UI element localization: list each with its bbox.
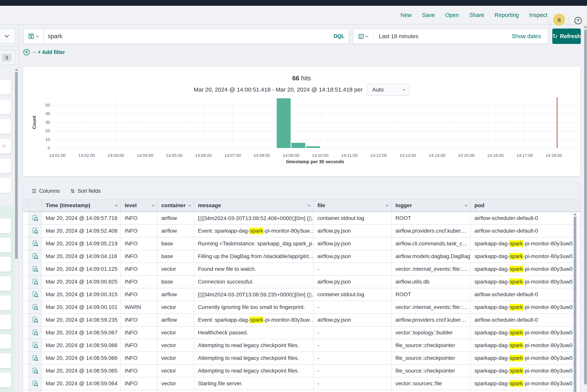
expand-document-icon[interactable] (32, 228, 38, 234)
scroll-up-arrow-icon (15, 68, 18, 71)
cell-level: INFO (120, 326, 157, 339)
expand-document-icon[interactable] (32, 355, 38, 361)
histogram-bar (292, 143, 305, 148)
cell-container: vector (157, 365, 194, 377)
expand-document-icon[interactable] (32, 304, 38, 310)
field-list-item[interactable] (0, 257, 11, 272)
top-nav-item-reporting[interactable]: Reporting (495, 12, 519, 18)
x-tick-label: 14:06:00 (191, 153, 216, 158)
field-list-item[interactable] (0, 353, 11, 368)
x-tick-label: 14:05:00 (162, 153, 187, 158)
collapse-sidebar-button[interactable] (0, 28, 16, 44)
chevron-down-icon[interactable] (386, 204, 388, 206)
time-range-value[interactable]: Last 18 minutes (374, 33, 512, 40)
expand-document-icon[interactable] (32, 368, 38, 374)
query-input[interactable]: spark (44, 33, 334, 40)
column-header-file[interactable]: file (313, 199, 391, 212)
help-icon[interactable]: ? (574, 17, 582, 24)
column-header-pod[interactable]: pod (470, 199, 573, 212)
field-list-item[interactable] (0, 178, 11, 193)
chevron-down-icon[interactable] (152, 204, 154, 206)
field-list-item[interactable] (0, 314, 11, 330)
expand-document-icon[interactable] (32, 215, 38, 222)
table-row: Mar 20, 2024 @ 14:09:00.101WARNvectorCur… (23, 301, 580, 314)
field-list-item[interactable] (0, 158, 11, 173)
chevron-down-icon[interactable] (465, 204, 468, 206)
avatar[interactable]: a (553, 14, 565, 26)
field-list-item[interactable] (0, 276, 11, 291)
dql-syntax-button[interactable]: DQL (334, 33, 349, 39)
y-tick-label: 40 (36, 111, 50, 116)
cell-level: INFO (120, 339, 157, 352)
field-list-item[interactable] (0, 80, 11, 95)
interval-selected-value: Auto (372, 86, 384, 93)
column-header-message[interactable]: message (194, 199, 313, 212)
expand-document-icon[interactable] (32, 278, 38, 285)
top-nav-item-inspect[interactable]: Inspect (530, 12, 548, 18)
cell-time: Mar 20, 2024 @ 14:09:57.716 (42, 212, 120, 224)
expand-document-icon[interactable] (32, 329, 38, 336)
cell-message: Event: sparkapp-dag-spark-pi-monitor-80y… (194, 314, 313, 326)
x-tick-label: 14:03:00 (103, 153, 128, 158)
field-list-item[interactable] (0, 119, 11, 134)
cell-message: Filling up the DagBag from /stackable/ap… (194, 250, 313, 262)
table-toolbar: ☰ Columns ⇅ Sort fields (23, 183, 580, 199)
columns-button[interactable]: ☰ Columns (32, 188, 60, 194)
field-list-item[interactable] (0, 295, 11, 310)
chevron-down-icon[interactable] (188, 204, 191, 206)
field-list-item[interactable] (0, 99, 11, 114)
column-header-container[interactable]: container (157, 199, 194, 212)
column-header-logger[interactable]: logger (391, 199, 470, 212)
field-filter-box[interactable]: 3 (0, 50, 15, 65)
page-scrollbar[interactable] (584, 25, 587, 392)
field-list-item[interactable] (0, 372, 11, 387)
chevron-down-icon[interactable] (308, 204, 310, 206)
table-scrollbar[interactable] (574, 212, 576, 392)
field-list-item[interactable]: ✕ (0, 138, 11, 154)
cell-file: - (313, 352, 391, 364)
add-filter-button[interactable]: + Add filter (38, 49, 65, 55)
cell-pod: airflow-scheduler-default-0 (470, 314, 573, 326)
expand-document-icon[interactable] (32, 380, 38, 387)
table-row: Mar 20, 2024 @ 14:09:00.825INFObaseConne… (23, 276, 580, 288)
sidebar-scrollbar[interactable] (15, 68, 18, 392)
field-list-item[interactable] (0, 238, 11, 252)
field-list-item[interactable] (0, 334, 11, 349)
x-tick-label: 14:14:00 (424, 153, 450, 158)
date-quick-select-button[interactable] (353, 29, 374, 44)
cell-time: Mar 20, 2024 @ 14:09:01.125 (42, 263, 120, 275)
top-nav-item-share[interactable]: Share (469, 12, 484, 18)
expand-document-icon[interactable] (32, 240, 38, 247)
column-header-time[interactable]: Time (timestamp) (42, 199, 120, 212)
cell-message: Attempting to read legacy checkpoint fil… (194, 352, 313, 364)
top-nav-item-save[interactable]: Save (422, 12, 435, 18)
expand-document-icon[interactable] (32, 291, 38, 298)
expand-document-icon[interactable] (32, 253, 38, 260)
saved-query-menu-button[interactable] (24, 29, 44, 44)
column-header-level[interactable]: level (120, 199, 157, 212)
top-nav-item-open[interactable]: Open (445, 12, 459, 18)
field-list-item[interactable] (0, 218, 11, 233)
remove-field-icon[interactable]: ✕ (2, 143, 6, 150)
y-tick-label: 0 (36, 146, 50, 150)
chevron-down-icon[interactable] (115, 204, 118, 206)
table-row: Mar 20, 2024 @ 14:09:05.219INFObaseRunni… (23, 238, 580, 250)
table-row: Mar 20, 2024 @ 14:08:59.066INFOvectorAtt… (23, 352, 580, 365)
page-scrollbar-thumb[interactable] (584, 30, 587, 384)
expand-document-icon[interactable] (32, 317, 38, 323)
interval-select[interactable]: Auto (368, 84, 410, 96)
table-scrollbar-thumb[interactable] (574, 216, 576, 392)
sort-fields-button[interactable]: ⇅ Sort fields (70, 188, 101, 194)
refresh-button[interactable]: ↻ Refresh (552, 28, 581, 44)
cell-logger: airflow.providers.cncf.kuber… (391, 314, 470, 326)
sidebar-scrollbar-thumb[interactable] (15, 72, 18, 259)
filter-icon[interactable] (23, 49, 30, 56)
show-dates-button[interactable]: Show dates (512, 33, 548, 40)
cell-message: Event: sparkapp-dag-spark-pi-monitor-80y… (194, 225, 313, 237)
hits-count: 66 (292, 74, 299, 82)
expand-document-icon[interactable] (32, 342, 38, 349)
top-nav-item-new[interactable]: New (400, 12, 412, 18)
y-gridline (54, 140, 576, 140)
table-row: Mar 20, 2024 @ 14:08:59.235INFOairflowEv… (23, 314, 580, 326)
expand-document-icon[interactable] (32, 266, 38, 272)
